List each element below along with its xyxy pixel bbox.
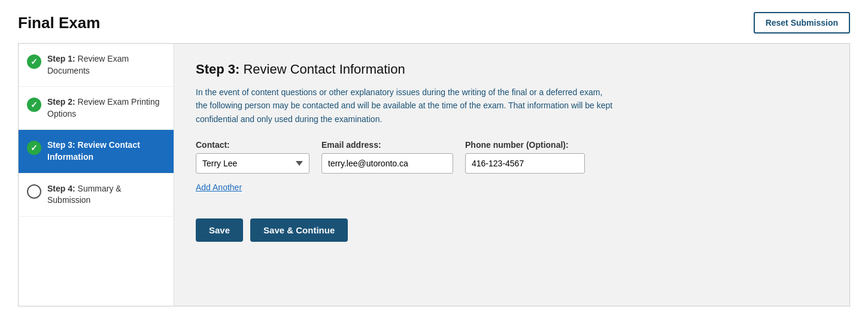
step3-label: Step 3: Review Contact Information — [47, 139, 165, 163]
add-another-link[interactable]: Add Another — [196, 183, 242, 192]
step-heading: Step 3: Review Contact Information — [196, 62, 828, 77]
contact-group: Contact: Terry Lee — [196, 140, 309, 174]
step2-label: Step 2: Review Exam Printing Options — [47, 96, 165, 120]
step2-check-icon: ✓ — [27, 98, 41, 112]
phone-label: Phone number (Optional): — [465, 140, 585, 150]
page-title: Final Exam — [18, 14, 100, 32]
step3-check-icon: ✓ — [27, 141, 41, 155]
sidebar-item-step4[interactable]: Step 4: Summary & Submission — [19, 174, 174, 217]
sidebar-item-step2[interactable]: ✓ Step 2: Review Exam Printing Options — [19, 87, 174, 130]
save-continue-button[interactable]: Save & Continue — [250, 218, 348, 242]
step1-label: Step 1: Review Exam Documents — [47, 53, 165, 77]
step4-circle-icon — [27, 184, 41, 199]
contact-label: Contact: — [196, 140, 309, 150]
contact-select[interactable]: Terry Lee — [196, 153, 309, 174]
contact-form-row: Contact: Terry Lee Email address: Phone … — [196, 140, 828, 174]
sidebar: ✓ Step 1: Review Exam Documents ✓ Step 2… — [19, 44, 174, 306]
content-area: Step 3: Review Contact Information In th… — [174, 44, 849, 306]
step1-check-icon: ✓ — [27, 54, 41, 69]
phone-group: Phone number (Optional): — [465, 140, 585, 174]
email-input[interactable] — [321, 153, 453, 174]
sidebar-item-step1[interactable]: ✓ Step 1: Review Exam Documents — [19, 44, 174, 87]
main-container: ✓ Step 1: Review Exam Documents ✓ Step 2… — [18, 43, 850, 306]
step-description: In the event of content questions or oth… — [196, 86, 615, 126]
save-button[interactable]: Save — [196, 218, 243, 242]
button-row: Save Save & Continue — [196, 218, 828, 242]
reset-submission-button[interactable]: Reset Submission — [754, 12, 850, 34]
page-header: Final Exam Reset Submission — [18, 12, 850, 34]
phone-input[interactable] — [465, 153, 585, 174]
sidebar-item-step3[interactable]: ✓ Step 3: Review Contact Information — [19, 130, 174, 173]
email-group: Email address: — [321, 140, 453, 174]
step4-label: Step 4: Summary & Submission — [47, 183, 165, 206]
email-label: Email address: — [321, 140, 453, 150]
